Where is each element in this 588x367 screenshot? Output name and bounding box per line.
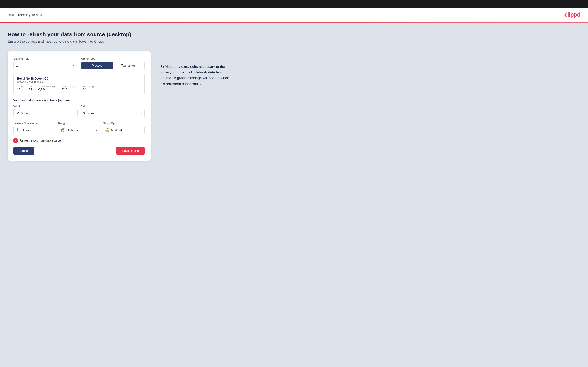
green-speed-chevron: ▼ [140, 129, 142, 131]
par-stat: Par 72 [29, 85, 32, 91]
button-row: Cancel Save Details [13, 147, 145, 155]
cancel-button[interactable]: Cancel [13, 147, 35, 155]
rough-label: Rough [58, 122, 100, 125]
practice-button[interactable]: Practice [81, 62, 113, 69]
par-value: 72 [29, 88, 32, 91]
clippd-logo: clippd [564, 11, 580, 18]
fairway-dropdown[interactable]: 🏌 Normal ▼ [13, 126, 55, 134]
game-type-label: Game Type [81, 57, 145, 60]
game-type-toggle: Practice Tournament [81, 61, 145, 69]
green-speed-group: Green Speed ⛳ Moderate ▼ [103, 122, 145, 134]
course-info-box: Royal North Devon GC, Westward Ho!, Engl… [13, 74, 145, 94]
page-subtitle: Ensure the correct and most up to date d… [8, 40, 580, 44]
wind-icon: 🌬 [16, 111, 19, 115]
conditions-grid-top: Wind 🌬 Strong ▼ Rain ☀ None ▼ [13, 105, 145, 117]
fairway-label: Fairway Conditions [13, 122, 55, 125]
rough-dropdown[interactable]: 🌿 Moderate ▼ [58, 126, 100, 134]
rain-chevron: ▼ [140, 112, 142, 115]
course-stats: Holes 18 Par 72 Yards/White (M)) 6,744 C… [17, 85, 141, 91]
green-speed-icon: ⛳ [105, 128, 109, 132]
slope-rating-label: Slope rating [81, 85, 94, 88]
course-name: Royal North Devon GC, [17, 77, 141, 80]
yards-stat: Yards/White (M)) 6,744 [38, 85, 55, 91]
rough-icon: 🌿 [61, 128, 65, 132]
green-speed-dropdown[interactable]: ⛳ Moderate ▼ [103, 126, 145, 134]
rough-chevron: ▼ [95, 129, 97, 131]
conditions-grid-bottom: Fairway Conditions 🏌 Normal ▼ Rough 🌿 Mo… [13, 122, 145, 134]
green-speed-label: Green Speed [103, 122, 145, 125]
rain-group: Rain ☀ None ▼ [80, 105, 145, 117]
wind-label: Wind [13, 105, 78, 108]
page-title: How to refresh your data from source (de… [8, 31, 580, 38]
fairway-icon: 🏌 [16, 128, 20, 132]
save-button[interactable]: Save Details [116, 147, 145, 155]
rough-value: Moderate [66, 128, 92, 132]
form-card: Starting Hole 1 ▼ Game Type Practice Tou… [8, 51, 150, 161]
refresh-checkbox[interactable] [13, 138, 18, 142]
rain-dropdown[interactable]: ☀ None ▼ [80, 109, 145, 117]
rain-label: Rain [80, 105, 145, 108]
starting-hole-select[interactable]: 1 [13, 61, 77, 69]
fairway-value: Normal [22, 128, 48, 132]
holes-label: Holes [17, 85, 23, 88]
wind-group: Wind 🌬 Strong ▼ [13, 105, 78, 117]
conditions-section-title: Weather and course conditions (optional) [13, 99, 145, 102]
main-content: How to refresh your data from source (de… [0, 23, 588, 365]
rough-group: Rough 🌿 Moderate ▼ [58, 122, 100, 134]
course-rating-value: 72.5 [62, 88, 76, 91]
fairway-group: Fairway Conditions 🏌 Normal ▼ [13, 122, 55, 134]
content-layout: Starting Hole 1 ▼ Game Type Practice Tou… [8, 51, 580, 161]
yards-value: 6,744 [38, 88, 55, 91]
slope-rating-value: 134 [81, 88, 94, 91]
rain-value: None [87, 112, 137, 115]
wind-dropdown[interactable]: 🌬 Strong ▼ [13, 109, 78, 117]
green-speed-value: Moderate [111, 128, 137, 132]
par-label: Par [29, 85, 32, 88]
refresh-checkbox-row: Refresh shots from data source [13, 138, 145, 142]
tournament-button[interactable]: Tournament [113, 62, 144, 69]
rain-icon: ☀ [83, 111, 86, 115]
course-rating-stat: Course rating 72.5 [62, 85, 76, 91]
starting-hole-label: Starting Hole [13, 57, 77, 60]
wind-chevron: ▼ [73, 112, 75, 114]
refresh-checkbox-label: Refresh shots from data source [20, 139, 61, 142]
starting-hole-select-wrapper: 1 ▼ [13, 61, 77, 69]
course-location: Westward Ho!, England [17, 80, 141, 83]
course-rating-label: Course rating [62, 85, 76, 88]
wind-value: Strong [21, 111, 70, 115]
yards-label: Yards/White (M)) [38, 85, 55, 88]
instruction-text: 3) Make any extra edits necessary to the… [161, 51, 232, 87]
holes-stat: Holes 18 [17, 85, 23, 91]
holes-value: 18 [17, 88, 23, 91]
footer: Copyright Clippd 2022 [0, 365, 588, 367]
slope-rating-stat: Slope rating 134 [81, 85, 94, 91]
page-breadcrumb: How to refresh your data [8, 13, 42, 17]
fairway-chevron: ▼ [51, 129, 53, 131]
